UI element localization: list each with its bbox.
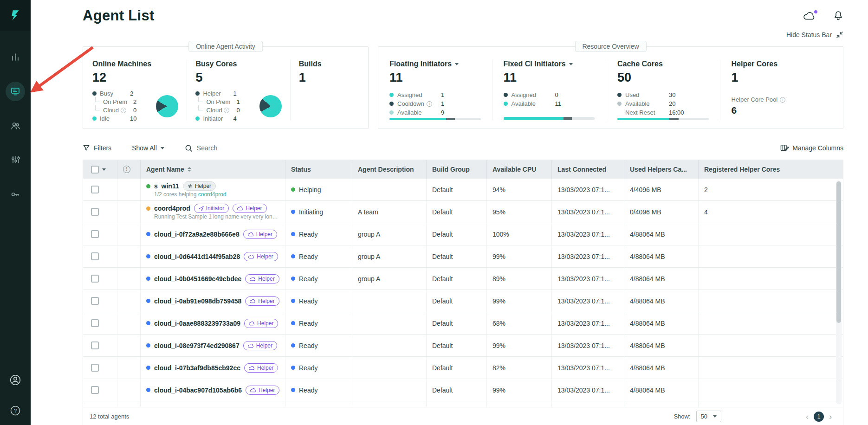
cell-select [83, 179, 117, 200]
table-row[interactable]: cloud_i-04bac907d105ab6b6HelperReadyDefa… [83, 379, 843, 401]
cell-last-connected: 13/03/2023 07:1... [552, 223, 624, 245]
cell-registered-cores [699, 245, 843, 267]
breakdown-item: Helper1 [195, 90, 253, 97]
notifications-button[interactable] [833, 10, 843, 21]
table-row[interactable]: cloud_i-07b3af9db85cb92ccHelperReadyDefa… [83, 357, 843, 379]
col-header-build-group[interactable]: Build Group [427, 160, 487, 179]
cell-registered-cores [699, 290, 843, 312]
agent-state-dot [146, 299, 150, 303]
cell-alert [117, 312, 141, 334]
select-menu-chevron-icon[interactable] [102, 168, 106, 171]
manage-columns-button[interactable]: Manage Columns [780, 144, 843, 152]
row-checkbox[interactable] [91, 252, 99, 260]
cell-used-helpers: 4/88064 MB [624, 357, 699, 379]
row-checkbox[interactable] [91, 230, 99, 238]
cell-registered-cores: 4 [699, 201, 843, 223]
row-checkbox[interactable] [91, 186, 99, 193]
search-icon [185, 144, 193, 152]
col-header-last-connected[interactable]: Last Connected [552, 160, 624, 179]
main-content: Agent List Hide Status Bar [31, 0, 868, 425]
agent-state-dot [146, 184, 150, 188]
cloud-status-button[interactable] [803, 11, 816, 20]
row-checkbox[interactable] [91, 208, 99, 216]
sidebar-item-agents[interactable] [6, 82, 25, 101]
capacity-bar [617, 118, 709, 120]
sidebar-item-settings[interactable] [6, 150, 25, 170]
status-dot [291, 388, 295, 392]
cell-registered-cores [699, 335, 843, 356]
resource-overview-card: Resource Overview Floating Initiators11A… [378, 46, 843, 129]
table-row[interactable]: cloud_i-0d6441d144f95ab28HelperReadygrou… [83, 245, 843, 268]
col-header-agent-description[interactable]: Agent Description [352, 160, 427, 179]
sidebar-item-help[interactable]: ? [6, 401, 25, 420]
cell-last-connected: 13/03/2023 07:1... [552, 201, 624, 223]
cell-alert [117, 179, 141, 200]
metric-value: 1 [299, 71, 350, 85]
col-header-registered-helper-cores[interactable]: Registered Helper Cores [699, 160, 843, 179]
col-header-agent-name[interactable]: Agent Name [141, 160, 285, 179]
row-checkbox[interactable] [91, 386, 99, 394]
row-checkbox[interactable] [91, 364, 99, 372]
sidebar-item-dashboard[interactable] [6, 47, 25, 67]
sort-icon[interactable] [188, 167, 191, 172]
breakdown-item: On Prem1 [195, 98, 253, 105]
table-row[interactable]: coord4prodInitiatorHelperRunning Test Sa… [83, 201, 843, 223]
table-row[interactable]: cloud_i-0aae8883239733a09HelperReadyDefa… [83, 312, 843, 335]
cell-select [83, 290, 117, 312]
page-size-select[interactable]: 50 [696, 411, 721, 422]
cell-agent-name: cloud_i-0d6441d144f95ab28Helper [141, 245, 285, 267]
legend-dot [195, 91, 200, 96]
agent-state-dot [146, 206, 150, 211]
metric-title[interactable]: Floating Initiators [389, 60, 481, 68]
row-checkbox[interactable] [91, 341, 99, 349]
tree-connector [198, 97, 203, 102]
table-row[interactable]: cloud_i-08e973f74ed290867HelperReadyDefa… [83, 335, 843, 357]
search-button[interactable]: Search [185, 144, 217, 152]
scrollbar-thumb[interactable] [836, 181, 841, 323]
cell-description: group A [352, 268, 427, 290]
page-size-value: 50 [701, 413, 707, 420]
agent-state-dot [146, 366, 150, 370]
sidebar-item-licenses[interactable] [6, 185, 25, 204]
sidebar-item-profile[interactable] [6, 370, 25, 390]
cell-available-cpu: 95% [487, 201, 552, 223]
table-row[interactable]: cloud_i-0ab91e098db759458HelperReadyDefa… [83, 290, 843, 312]
cell-select [83, 223, 117, 245]
cell-alert [117, 290, 141, 312]
show-all-dropdown[interactable]: Show All [132, 144, 164, 152]
current-page-badge: 1 [814, 412, 824, 422]
row-checkbox[interactable] [91, 275, 99, 283]
cell-agent-name: cloud_i-0aae8883239733a09Helper [141, 312, 285, 334]
cell-description [352, 357, 427, 379]
vertical-scrollbar[interactable] [836, 180, 842, 404]
cloud-icon [250, 277, 256, 281]
row-checkbox[interactable] [91, 297, 99, 305]
chevron-down-icon [713, 415, 717, 418]
col-header-available-cpu[interactable]: Available CPU [487, 160, 552, 179]
cell-select [83, 379, 117, 401]
cell-agent-name: cloud_i-0f72a9a2e88b666e8Helper [141, 223, 285, 245]
agent-name: cloud_i-0f72a9a2e88b666e8 [154, 231, 240, 238]
table-row[interactable]: cloud_i-0f72a9a2e88b666e8HelperReadygrou… [83, 223, 843, 245]
cloud-icon [249, 366, 255, 370]
table-row[interactable]: s_win11Helper1/2 cores helping coord4pro… [83, 179, 843, 201]
row-checkbox[interactable] [91, 319, 99, 327]
alert-icon: ! [123, 166, 130, 173]
sidebar-item-users[interactable] [6, 116, 25, 135]
metric-title[interactable]: Fixed CI Initiators [504, 60, 595, 68]
filters-button[interactable]: Filters [83, 144, 111, 152]
metric-title: Busy Cores [195, 60, 281, 68]
col-header-status[interactable]: Status [285, 160, 352, 179]
agent-name: cloud_i-0d6441d144f95ab28 [154, 253, 240, 260]
activity-card-columns: Online Machines12Busy2On Prem2Cloudi0Idl… [92, 60, 359, 120]
cloud-icon [248, 254, 254, 259]
prev-page-button[interactable]: ‹ [806, 412, 809, 421]
breakdown-item: Cloudi0 [92, 107, 150, 114]
col-header-used-helpers[interactable]: Used Helpers Ca... [624, 160, 699, 179]
cell-alert [117, 223, 141, 245]
select-all-checkbox[interactable] [91, 166, 99, 174]
table-row[interactable]: cloud_i-0b0451669c49cbdeeHelperReadygrou… [83, 268, 843, 290]
next-page-button[interactable]: › [829, 412, 832, 421]
cell-last-connected: 13/03/2023 07:1... [552, 290, 624, 312]
hide-status-bar-button[interactable]: Hide Status Bar [83, 29, 843, 41]
